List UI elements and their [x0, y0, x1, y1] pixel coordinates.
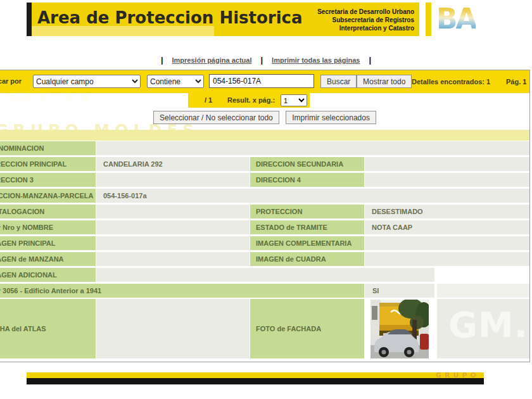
- field-value: [96, 220, 250, 234]
- results-count: Detalles encontrados: 1: [412, 78, 490, 86]
- search-band: Buscar por Cualquier campo Contiene Busc…: [0, 70, 529, 93]
- print-all-pages-link[interactable]: Imprimir todas las páginas: [272, 56, 360, 64]
- search-input[interactable]: [209, 74, 314, 88]
- pale-yellow-band: [0, 130, 529, 141]
- facade-photo[interactable]: [370, 300, 429, 358]
- field-label-direccion-principal: DIRECCION PRINCIPAL: [0, 157, 96, 171]
- results-per-page-select[interactable]: 1: [281, 94, 307, 106]
- record-row: DENOMINACION: [0, 141, 529, 155]
- pipe-separator: |: [260, 55, 263, 65]
- record-row: Ley 3056 - Edificio Anterior a 1941 SI: [0, 284, 529, 298]
- page-title: Area de Proteccion Historica: [37, 8, 303, 27]
- field-label-catalogacion: CATALOGACION: [0, 205, 96, 218]
- org-line-1: Secretaria de Desarrollo Urbano: [317, 8, 414, 16]
- field-value: [96, 236, 250, 250]
- record-row: IMAGEN PRINCIPAL IMAGEN COMPLEMENTARIA: [0, 236, 529, 250]
- field-label-denominacion: DENOMINACION: [0, 141, 96, 155]
- watermark-gm: GM.: [448, 304, 528, 345]
- field-value: [96, 299, 250, 358]
- field-value: [96, 268, 434, 282]
- search-by-label: Buscar por: [0, 77, 22, 85]
- logo-separator-bar: [426, 3, 431, 36]
- ba-logo: BA: [436, 3, 487, 36]
- field-label-direccion-3: DIRECCION 3: [0, 173, 96, 187]
- field-label-direccion-4: DIRECCION 4: [250, 173, 364, 187]
- field-value-direccion-principal: CANDELARIA 292: [96, 157, 250, 171]
- print-current-page-link[interactable]: Impresión página actual: [172, 56, 252, 64]
- field-value: [365, 157, 529, 171]
- buscar-button[interactable]: Buscar: [320, 75, 357, 88]
- footer-yellow-bar: [27, 372, 484, 378]
- record-row: IMAGEN de MANZANA IMAGEN de CUADRA: [0, 252, 529, 266]
- field-value: [96, 173, 250, 187]
- field-value-parcela: 054-156-017a: [96, 189, 529, 203]
- field-label-ficha-atlas: FICHA del ATLAS: [0, 299, 96, 358]
- ba-logo-text: BA: [436, 3, 476, 35]
- field-value: [96, 141, 529, 155]
- operator-select[interactable]: Contiene: [147, 75, 204, 88]
- record-row: Ley Nro y NOMBRE ESTADO de TRAMITE NOTA …: [0, 220, 529, 234]
- field-label-direccion-secundaria: DIRECCION SECUNDARIA: [250, 157, 364, 171]
- content-box: GM. GRUPO MOLDES Buscar por Cualquier ca…: [0, 70, 530, 362]
- org-line-2: Subsecretaria de Registros: [317, 16, 414, 24]
- record-row: SECCION-MANZANA-PARCELA 054-156-017a: [0, 189, 529, 203]
- field-label-ley-nro-nombre: Ley Nro y NOMBRE: [0, 220, 96, 234]
- field-value: [96, 205, 250, 218]
- mostrar-todo-button[interactable]: Mostrar todo: [357, 75, 412, 88]
- field-value: [96, 252, 250, 266]
- pipe-separator: |: [161, 55, 163, 65]
- field-label-imagen-principal: IMAGEN PRINCIPAL: [0, 236, 96, 250]
- field-value: [365, 236, 529, 250]
- field-value-ley-3056: SI: [365, 284, 434, 298]
- field-value: [365, 173, 529, 187]
- field-select[interactable]: Cualquier campo: [33, 75, 141, 88]
- field-label-imagen-cuadra: IMAGEN de CUADRA: [250, 252, 364, 266]
- field-label-ley-3056: Ley 3056 - Edificio Anterior a 1941: [0, 284, 364, 298]
- page-of-label: / 1: [205, 96, 212, 104]
- facade-photo-image: [370, 300, 429, 358]
- results-per-page-label: Result. x pág.:: [227, 96, 275, 104]
- record-row: CATALOGACION PROTECCION DESESTIMADO: [0, 205, 529, 218]
- field-label-imagen-adicional: IMAGEN ADICIONAL: [0, 268, 96, 282]
- record-row: DIRECCION PRINCIPAL CANDELARIA 292 DIREC…: [0, 157, 529, 171]
- org-line-3: Interpretacion y Catastro: [317, 24, 414, 32]
- print-selected-button[interactable]: Imprimir seleccionados: [286, 111, 376, 124]
- banner-black-bar: [27, 3, 32, 36]
- field-value-estado-tramite: NOTA CAAP: [365, 220, 529, 234]
- org-subtitle: Secretaria de Desarrollo Urbano Subsecre…: [317, 8, 414, 32]
- field-label-estado-tramite: ESTADO de TRAMITE: [250, 220, 364, 234]
- print-links-bar: |Impresión página actual|Imprimir todas …: [0, 55, 532, 65]
- field-label-imagen-complementaria: IMAGEN COMPLEMENTARIA: [250, 236, 364, 250]
- record-row: IMAGEN ADICIONAL: [0, 268, 529, 282]
- field-label-imagen-manzana: IMAGEN de MANZANA: [0, 252, 96, 266]
- field-value: [437, 284, 529, 298]
- actions-row: Seleccionar / No seleccionar todo Imprim…: [0, 111, 529, 124]
- header-banner: Area de Proteccion Historica Secretaria …: [27, 3, 419, 36]
- select-toggle-button[interactable]: Seleccionar / No seleccionar todo: [153, 111, 279, 124]
- gm-watermark-cell: GM.: [437, 299, 529, 358]
- field-label-proteccion: PROTECCION: [250, 205, 364, 218]
- record-row: DIRECCION 3 DIRECCION 4: [0, 173, 529, 187]
- field-label-seccion-manzana-parcela: SECCION-MANZANA-PARCELA: [0, 189, 96, 203]
- pipe-separator: |: [369, 55, 371, 65]
- page-indicator: Pág. 1: [506, 78, 526, 86]
- footer-black-bar: [27, 378, 484, 384]
- field-label-foto-fachada: FOTO de FACHADA: [250, 299, 364, 358]
- banner-pale-highlight: [32, 26, 214, 36]
- pager-strip: / 1 Result. x pág.: 1: [188, 93, 310, 108]
- field-value-proteccion: DESESTIMADO: [365, 205, 529, 218]
- field-value: [365, 252, 529, 266]
